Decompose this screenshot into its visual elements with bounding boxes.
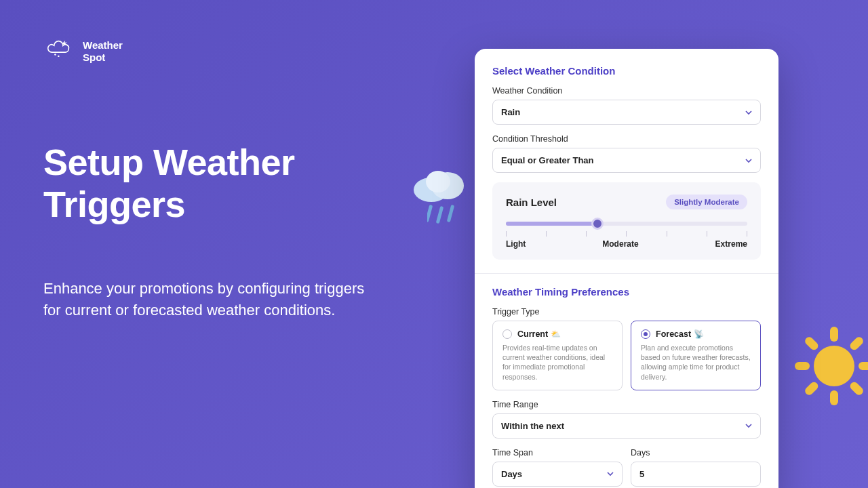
slider-mid-label: Moderate [602, 239, 638, 249]
section-timing-title: Weather Timing Preferences [492, 286, 761, 298]
svg-rect-5 [427, 205, 433, 222]
svg-point-0 [54, 54, 56, 55]
slider-badge: Slightly Moderate [666, 195, 747, 209]
radio-icon [641, 329, 650, 339]
time-span-select[interactable]: Days [492, 462, 623, 487]
weather-condition-select[interactable]: Rain [492, 100, 761, 125]
radio-icon [502, 329, 512, 339]
trigger-option-forecast[interactable]: Forecast 📡 Plan and execute promotions b… [631, 321, 761, 390]
chevron-down-icon [745, 109, 752, 116]
slider-min-label: Light [506, 239, 526, 249]
trigger-type-label: Trigger Type [492, 307, 761, 317]
weather-spot-icon [43, 40, 76, 63]
sun-icon [780, 312, 868, 420]
chevron-down-icon [607, 470, 614, 477]
svg-rect-6 [436, 206, 444, 224]
settings-card: Select Weather Condition Weather Conditi… [475, 49, 778, 488]
svg-point-4 [426, 171, 450, 192]
satellite-icon: 📡 [694, 329, 704, 339]
time-span-label: Time Span [492, 448, 623, 458]
rain-level-slider[interactable] [506, 222, 747, 226]
page-title: Setup Weather Triggers [43, 141, 295, 225]
chevron-down-icon [745, 422, 752, 429]
rain-cloud-icon [412, 168, 473, 229]
slider-max-label: Extreme [715, 239, 747, 249]
rain-level-slider-box: Rain Level Slightly Moderate Light Moder… [492, 182, 761, 260]
days-input[interactable] [631, 462, 761, 487]
time-range-select[interactable]: Within the next [492, 413, 761, 439]
condition-threshold-label: Condition Threshold [492, 134, 761, 144]
page-subtitle: Enhance your promotions by configuring t… [43, 278, 364, 321]
svg-rect-7 [447, 205, 455, 222]
slider-thumb[interactable] [591, 218, 604, 230]
weather-condition-label: Weather Condition [492, 86, 761, 96]
slider-title: Rain Level [506, 197, 557, 208]
condition-threshold-select[interactable]: Equal or Greater Than [492, 148, 761, 173]
trigger-option-current[interactable]: Current ⛅ Provides real-time updates on … [492, 321, 623, 390]
section-weather-condition-title: Select Weather Condition [492, 65, 761, 77]
sun-cloud-icon: ⛅ [551, 329, 561, 339]
brand-name: Weather Spot [83, 39, 123, 64]
brand-logo: Weather Spot [43, 39, 123, 64]
chevron-down-icon [745, 157, 752, 164]
svg-point-1 [58, 56, 59, 57]
time-range-label: Time Range [492, 400, 761, 409]
days-label: Days [631, 448, 761, 458]
